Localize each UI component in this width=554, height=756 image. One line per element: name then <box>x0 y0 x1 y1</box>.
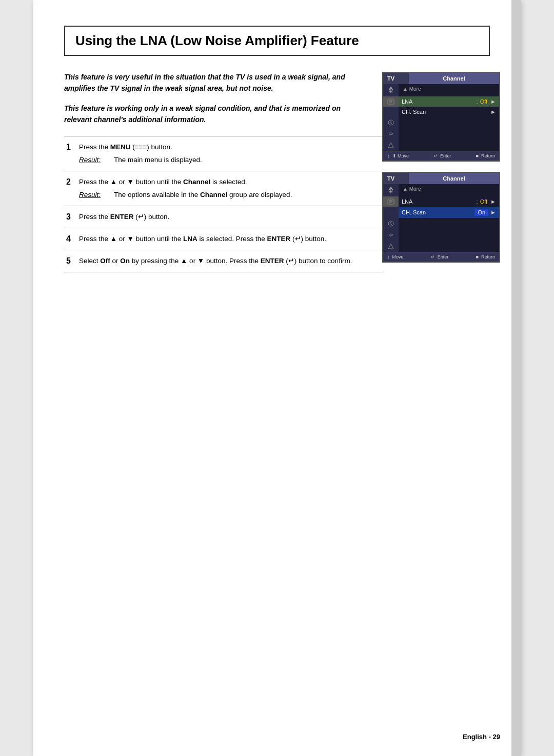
screenshots: TV Channel ▲ More <box>382 72 500 263</box>
step-num-4: 4 <box>64 228 79 250</box>
footer-text: English - 29 <box>463 733 500 741</box>
result-text-2: The options available in the Channel gro… <box>114 189 377 201</box>
lna-value-2: Off <box>480 198 487 205</box>
menu1-icon-3 <box>387 119 394 126</box>
page: Using the LNA (Low Noise Amplifier) Feat… <box>33 0 521 756</box>
intro-paragraph-1: This feature is very useful in the situa… <box>64 71 362 94</box>
step-row-2: 2 Press the ▲ or ▼ button until the Chan… <box>64 171 382 206</box>
step-row-4: 4 Press the ▲ or ▼ button until the LNA … <box>64 228 382 250</box>
menu2-icon-3 <box>387 220 394 227</box>
step-row-5: 5 Select Off or On by pressing the ▲ or … <box>64 250 382 272</box>
lna-value-1: Off <box>480 98 487 105</box>
tv-menu-1: TV Channel ▲ More <box>382 72 500 162</box>
menu1-icon-2 <box>387 98 394 105</box>
menu1-icon-5 <box>387 142 394 149</box>
tv-menu-2: TV Channel ▲ More <box>382 172 500 263</box>
tv-menu-1-body: ▲ More LNA : Off <box>383 84 499 151</box>
menu2-icon-5 <box>387 243 394 250</box>
more-label-1: ▲ More <box>399 84 499 96</box>
lna-colon-1: : <box>477 98 478 105</box>
footer-enter-2: ↵ Enter <box>431 254 449 260</box>
step-content-1: Press the MENU (≡≡≡) button. Result: The… <box>79 136 382 171</box>
menu2-icon-2 <box>387 198 394 205</box>
svg-marker-11 <box>388 143 393 148</box>
ch-scan-label-2: CH. Scan <box>402 209 474 215</box>
ch-scan-arrow-1: ► <box>490 109 496 115</box>
step-content-5: Select Off or On by pressing the ▲ or ▼ … <box>79 250 382 272</box>
antenna-icon-2 <box>387 186 395 194</box>
step-num-3: 3 <box>64 206 79 228</box>
step-num-2: 2 <box>64 171 79 206</box>
lna-arrow-1: ► <box>490 98 496 105</box>
lna-label-1: LNA <box>402 98 474 105</box>
tv-header-2-left: TV <box>383 173 409 184</box>
on-value-2: On <box>474 209 488 216</box>
step-content-3: Press the ENTER (↵) button. <box>79 206 382 228</box>
intro-paragraph-2: This feature is working only in a weak s… <box>64 103 362 126</box>
footer-return-2: ■ Return <box>476 254 495 260</box>
tv-header-2-right: Channel <box>409 173 499 184</box>
antenna-icon <box>387 86 395 94</box>
step-content-2: Press the ▲ or ▼ button until the Channe… <box>79 171 382 206</box>
title-box: Using the LNA (Low Noise Amplifier) Feat… <box>64 26 490 56</box>
step-row-3: 3 Press the ENTER (↵) button. <box>64 206 382 228</box>
more-label-2: ▲ More <box>399 184 499 196</box>
result-label-1: Result: <box>79 154 110 166</box>
result-text-1: The main menu is displayed. <box>114 154 377 166</box>
page-footer: English - 29 <box>463 733 500 741</box>
result-label-2: Result: <box>79 189 110 201</box>
footer-return-1: ■ Return <box>476 153 495 158</box>
tv-menu-1-header: TV Channel <box>383 73 499 84</box>
tv-menu-1-footer: ↕ ⬆ Move ↵ Enter ■ Return <box>383 151 499 161</box>
tv-menu-2-footer: ↕ Move ↵ Enter ■ Return <box>383 252 499 262</box>
page-title: Using the LNA (Low Noise Amplifier) Feat… <box>75 33 479 49</box>
tv-menu-2-body: ▲ More LNA : Off <box>383 184 499 252</box>
tv-header-1-left: TV <box>383 73 409 84</box>
step-num-5: 5 <box>64 250 79 272</box>
step-content-4: Press the ▲ or ▼ button until the LNA is… <box>79 228 382 250</box>
tv-menu-2-header: TV Channel <box>383 173 499 184</box>
step-row-1: 1 Press the MENU (≡≡≡) button. Result: T… <box>64 136 382 171</box>
svg-line-22 <box>391 224 392 225</box>
lna-label-2: LNA <box>402 198 474 205</box>
svg-line-10 <box>391 123 392 124</box>
footer-move-1: ↕ ⬆ Move <box>387 153 409 158</box>
tv-header-1-right: Channel <box>409 73 499 84</box>
menu2-icon-4 <box>387 231 394 238</box>
footer-enter-1: ↵ Enter <box>433 153 451 158</box>
ch-scan-label-1: CH. Scan <box>402 109 490 115</box>
footer-move-2: ↕ Move <box>387 254 404 260</box>
steps-table: 1 Press the MENU (≡≡≡) button. Result: T… <box>64 136 382 272</box>
step-num-1: 1 <box>64 136 79 171</box>
menu1-icon-4 <box>387 130 394 137</box>
svg-marker-23 <box>388 244 393 249</box>
